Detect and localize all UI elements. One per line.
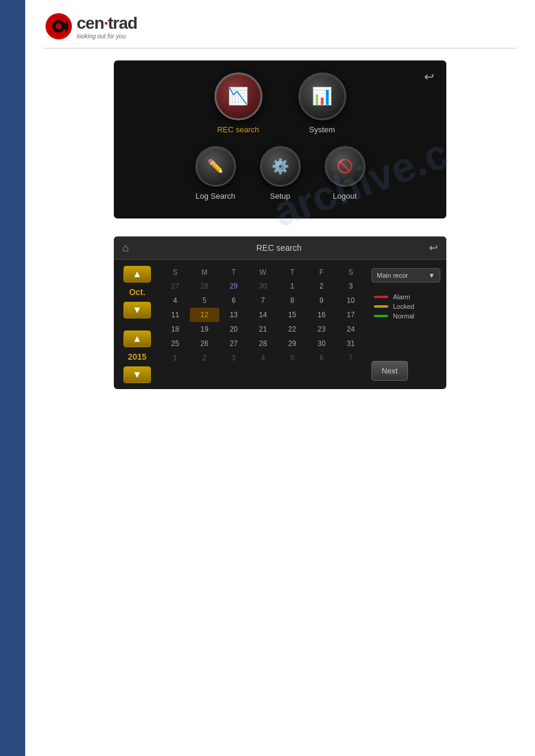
calendar-day[interactable]: 15 [277,308,307,322]
rec-search-button[interactable]: 📉 [214,72,262,120]
year-down-icon: ▼ [132,369,142,380]
calendar-day[interactable]: 4 [161,293,190,308]
month-down-icon: ▼ [132,305,142,315]
month-display: Oct. [129,285,145,299]
home-icon[interactable]: ⌂ [122,242,129,254]
logo-tagline: looking out for you [77,33,137,40]
calendar-day[interactable]: 29 [219,279,249,293]
calendar-day[interactable]: 2 [307,279,336,293]
calendar-day[interactable]: 5 [277,351,307,365]
calendar-day[interactable]: 16 [307,308,336,322]
menu-bottom-row: ✏️ Log Search ⚙️ Setup 🚫 Logout [132,146,428,201]
calendar-day-selected[interactable]: 12 [190,308,219,322]
calendar-day[interactable]: 10 [336,293,365,308]
year-up-icon: ▲ [132,333,142,344]
calendar-day[interactable]: 28 [190,279,219,293]
calendar-day[interactable]: 28 [249,336,278,351]
rec-search-body: ▲ Oct. ▼ ▲ 2015 ▼ [114,260,446,389]
calendar-day[interactable]: 18 [161,322,190,336]
menu-item-logout[interactable]: 🚫 Logout [325,146,365,201]
calendar-day[interactable]: 7 [336,351,365,365]
calendar-day[interactable]: 27 [219,336,249,351]
calendar-day[interactable]: 17 [336,308,365,322]
calendar-day[interactable]: 3 [219,351,249,365]
calendar-day[interactable]: 13 [219,308,249,322]
rec-search-panel: ⌂ REC search ↩ ▲ Oct. ▼ ▲ 2015 [114,236,446,389]
calendar-day[interactable]: 6 [307,351,336,365]
rec-search-title: REC search [129,243,429,253]
weekday-wed: W [249,266,278,279]
calendar-day[interactable]: 19 [190,322,219,336]
system-button[interactable]: 📊 [298,72,346,120]
calendar-day[interactable]: 27 [161,279,190,293]
menu-item-log-search[interactable]: ✏️ Log Search [195,146,236,201]
rec-search-header: ⌂ REC search ↩ [114,236,446,260]
weekday-tue: T [219,266,249,279]
menu-panel: ↩ 📉 REC search 📊 System ✏️ [114,60,446,218]
calendar-day[interactable]: 1 [277,279,307,293]
gear-icon: ⚙️ [271,159,289,174]
calendar-row: 4 5 6 7 8 9 10 [161,293,365,308]
logout-button[interactable]: 🚫 [325,146,365,187]
menu-item-system[interactable]: 📊 System [298,72,346,134]
year-down-button[interactable]: ▼ [123,366,151,383]
calendar-day[interactable]: 9 [307,293,336,308]
menu-top-row: 📉 REC search 📊 System [132,72,428,134]
calendar-day[interactable]: 21 [249,322,278,336]
calendar-day[interactable]: 31 [336,336,365,351]
left-sidebar [0,0,25,756]
recording-type-dropdown[interactable]: Main recor ▼ [371,268,440,283]
main-content: cen·trad looking out for you ↩ 📉 REC sea… [25,0,535,401]
calendar-day[interactable]: 23 [307,322,336,336]
rec-search-label: REC search [217,125,259,134]
alarm-label: Alarm [393,293,410,300]
month-up-button[interactable]: ▲ [123,266,151,283]
calendar-day[interactable]: 14 [249,308,278,322]
year-up-button[interactable]: ▲ [123,330,151,347]
back-button[interactable]: ↩ [420,68,438,86]
right-panel: Main recor ▼ Alarm Locked Normal [371,266,440,383]
calendar-day[interactable]: 22 [277,322,307,336]
calendar-day[interactable]: 4 [249,351,278,365]
calendar-day[interactable]: 26 [190,336,219,351]
calendar-day[interactable]: 24 [336,322,365,336]
date-selector: ▲ Oct. ▼ ▲ 2015 ▼ [120,266,155,383]
month-down-button[interactable]: ▼ [123,302,151,318]
calendar-day[interactable]: 7 [249,293,278,308]
calendar-day[interactable]: 29 [277,336,307,351]
legend-normal: Normal [371,311,440,321]
setup-button[interactable]: ⚙️ [260,146,301,187]
calendar-day[interactable]: 6 [219,293,249,308]
calendar-row: 1 2 3 4 5 6 7 [161,351,365,365]
calendar-day[interactable]: 2 [190,351,219,365]
calendar-day[interactable]: 5 [190,293,219,308]
calendar-day[interactable]: 25 [161,336,190,351]
setup-label: Setup [270,192,291,201]
legend-alarm: Alarm [371,292,440,302]
bar-chart-icon: 📊 [312,88,333,105]
calendar-day[interactable]: 1 [161,351,190,365]
calendar-day[interactable]: 11 [161,308,190,322]
calendar-day[interactable]: 20 [219,322,249,336]
back-arrow-icon: ↩ [424,69,434,84]
weekday-sat: S [336,266,365,279]
locked-color-dot [374,305,388,308]
menu-item-setup[interactable]: ⚙️ Setup [260,146,301,201]
calendar-day[interactable]: 3 [336,279,365,293]
calendar-row: 11 12 13 14 15 16 17 [161,308,365,322]
weekday-fri: F [307,266,336,279]
next-button[interactable]: Next [371,361,408,381]
legend-section: Alarm Locked Normal [371,292,440,321]
calendar-day[interactable]: 30 [307,336,336,351]
user-x-icon: 🚫 [337,160,353,173]
header: cen·trad looking out for you [43,12,517,48]
menu-item-rec-search[interactable]: 📉 REC search [214,72,262,134]
log-search-button[interactable]: ✏️ [195,146,236,187]
next-btn-container: Next [371,326,440,381]
alarm-color-dot [374,296,388,298]
header-back-icon[interactable]: ↩ [429,241,438,254]
logout-label: Logout [333,192,357,201]
calendar: S M T W T F S 27 28 [161,266,365,383]
calendar-day[interactable]: 8 [277,293,307,308]
calendar-day[interactable]: 30 [249,279,278,293]
